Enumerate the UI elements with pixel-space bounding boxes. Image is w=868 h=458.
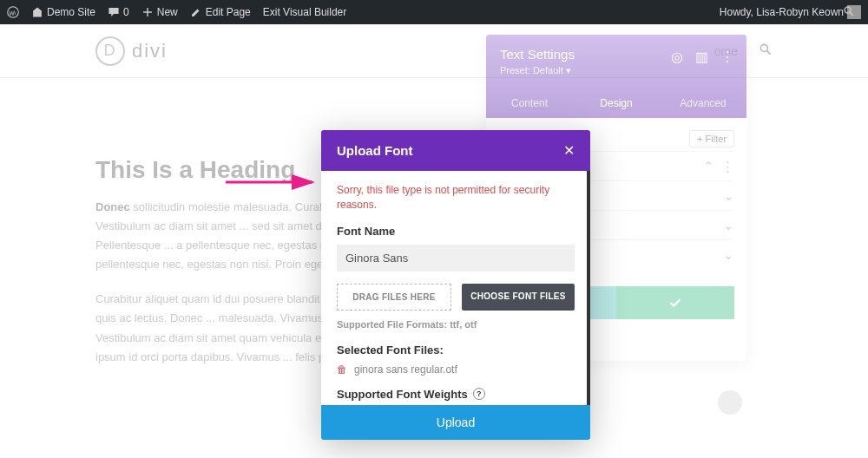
drag-files-button[interactable]: DRAG FILES HERE [337,284,451,311]
selected-file-row: 🗑 ginora sans regular.otf [337,363,575,376]
filter-button[interactable]: + Filter [689,130,734,147]
modal-header: Upload Font ✕ [321,130,590,171]
choose-files-button[interactable]: CHOOSE FONT FILES [462,284,575,311]
svg-point-2 [760,44,767,51]
header-search-icon[interactable] [759,43,773,59]
font-name-input[interactable] [337,245,575,272]
settings-tabs: Content Design Advanced [486,88,746,118]
error-message: Sorry, this file type is not permitted f… [337,183,575,213]
svg-point-1 [845,7,851,13]
tab-design[interactable]: Design [573,88,660,118]
tab-advanced[interactable]: Advanced [660,88,746,118]
font-name-label: Font Name [337,225,575,238]
chevron-down-icon: ⌄ [723,188,734,204]
columns-icon[interactable]: ▥ [695,49,708,65]
close-icon[interactable]: ✕ [563,142,575,159]
wp-logo[interactable] [7,6,19,18]
target-icon[interactable]: ◎ [671,49,683,65]
save-button[interactable] [616,286,734,319]
new-content[interactable]: New [141,6,178,18]
selected-files-label: Selected Font Files: [337,344,575,357]
annotation-arrow [226,173,321,194]
selected-file-name: ginora sans regular.otf [354,363,457,376]
edit-handle[interactable] [718,390,742,415]
trash-icon[interactable]: 🗑 [337,363,347,376]
divi-logo[interactable]: D divi [95,36,168,66]
exit-visual-builder[interactable]: Exit Visual Builder [263,6,347,18]
more-icon[interactable]: ⋮ [720,49,734,65]
logo-text: divi [132,40,168,62]
tab-content[interactable]: Content [486,88,573,118]
upload-font-modal: Upload Font ✕ Sorry, this file type is n… [321,130,590,440]
chevron-down-icon: ⌄ [723,218,734,233]
comments[interactable]: 0 [108,6,129,18]
settings-header: Text Settings Preset: Default ▾ ◎ ▥ ⋮ [486,35,746,88]
wp-admin-bar: Demo Site 0 New Edit Page Exit Visual Bu… [0,0,868,24]
font-weights-label: Supported Font Weights ? [337,388,575,401]
supported-formats: Supported File Formats: ttf, otf [337,319,575,330]
site-name[interactable]: Demo Site [31,6,95,18]
edit-page[interactable]: Edit Page [190,6,251,18]
settings-preset[interactable]: Preset: Default ▾ [500,65,733,76]
modal-title: Upload Font [337,143,412,158]
logo-icon: D [95,36,125,66]
user-greeting[interactable]: Howdy, Lisa-Robyn Keown [720,5,861,19]
help-icon[interactable]: ? [473,388,485,400]
chevron-down-icon: ⌄ [723,247,734,263]
search-icon[interactable] [843,5,855,17]
upload-button[interactable]: Upload [321,405,590,440]
